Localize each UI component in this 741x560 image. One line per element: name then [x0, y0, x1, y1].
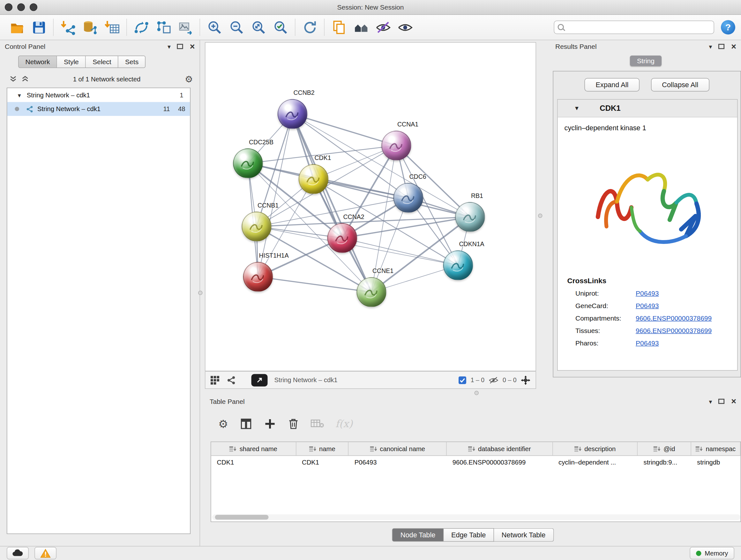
delete-column-icon[interactable]: [287, 418, 299, 430]
zoom-out-button[interactable]: [226, 17, 248, 38]
fit-selected-icon[interactable]: [521, 375, 531, 385]
scrollbar-thumb[interactable]: [215, 515, 269, 520]
copy-document-button[interactable]: [328, 17, 350, 38]
show-all-button[interactable]: [394, 17, 416, 38]
network-from-selection-button[interactable]: [130, 17, 152, 38]
panel-collapse-icon[interactable]: ▾: [709, 398, 712, 405]
show-columns-icon[interactable]: [240, 418, 252, 430]
crosslink-link[interactable]: P06493: [636, 302, 659, 309]
network-node-CDC25B[interactable]: [233, 148, 263, 178]
protein-section-header[interactable]: ▼ CDK1: [558, 100, 738, 118]
cloud-button[interactable]: [7, 547, 29, 559]
network-edge[interactable]: [293, 114, 372, 292]
export-image-button[interactable]: [174, 17, 196, 38]
table-cell[interactable]: stringdb: [691, 456, 740, 469]
network-node-CDKN1A[interactable]: [443, 251, 473, 280]
panel-close-icon[interactable]: ×: [731, 398, 736, 405]
import-network-file-button[interactable]: [57, 17, 79, 38]
table-row[interactable]: CDK1CDK1P064939606.ENSP00000378699cyclin…: [211, 456, 741, 469]
column-header-at-id[interactable]: @id: [638, 442, 691, 455]
panel-close-icon[interactable]: ×: [731, 43, 736, 50]
right-splitter-handle[interactable]: [538, 213, 542, 218]
panel-collapse-icon[interactable]: ▾: [709, 43, 712, 50]
apply-layout-button[interactable]: [299, 17, 321, 38]
zoom-window-button[interactable]: [30, 3, 37, 11]
network-node-CCNA1[interactable]: [382, 131, 411, 161]
collapse-all-button[interactable]: Collapse All: [651, 78, 710, 91]
crosslink-link[interactable]: P06493: [636, 339, 659, 347]
selected-checkbox-icon[interactable]: [458, 376, 467, 384]
tab-style[interactable]: Style: [57, 56, 86, 68]
network-collection-row[interactable]: ▼ String Network – cdk1 1: [7, 88, 190, 102]
column-header-database-identifier[interactable]: database identifier: [447, 442, 553, 455]
column-header-name[interactable]: name: [296, 442, 349, 455]
panel-close-icon[interactable]: ×: [190, 43, 195, 50]
table-cell[interactable]: CDK1: [211, 456, 296, 469]
table-cell[interactable]: stringdb:9...: [638, 456, 691, 469]
hidden-eye-icon[interactable]: [488, 376, 499, 384]
tab-network-table[interactable]: Network Table: [494, 528, 554, 542]
save-session-button[interactable]: [28, 17, 50, 38]
network-tree-item[interactable]: String Network – cdk1 11 48: [7, 102, 190, 116]
network-canvas[interactable]: CCNB2CCNA1CDC25BCDK1CDC6RB1CCNB1CCNA2CDK…: [205, 42, 536, 371]
network-options-gear-icon[interactable]: ⚙: [185, 74, 193, 85]
network-node-RB1[interactable]: [455, 202, 485, 232]
column-header-shared-name[interactable]: shared name: [211, 442, 296, 455]
memory-button[interactable]: Memory: [690, 547, 734, 559]
network-node-CCNB2[interactable]: [278, 99, 307, 129]
import-network-database-button[interactable]: [79, 17, 101, 38]
add-column-icon[interactable]: [264, 418, 276, 430]
zoom-in-button[interactable]: [204, 17, 226, 38]
left-splitter-handle[interactable]: [198, 291, 203, 295]
table-horizontal-scrollbar[interactable]: [212, 514, 741, 520]
tree-expand-icon[interactable]: ▼: [17, 92, 22, 98]
network-node-CCNA2[interactable]: [327, 223, 357, 253]
first-neighbors-button[interactable]: [350, 17, 372, 38]
help-button[interactable]: ?: [721, 20, 735, 35]
table-cell[interactable]: cyclin–dependent ...: [553, 456, 638, 469]
panel-float-icon[interactable]: [177, 44, 184, 50]
collapse-all-networks-icon[interactable]: [22, 75, 29, 84]
column-header-namespac[interactable]: namespac: [691, 442, 740, 455]
zoom-fit-button[interactable]: [248, 17, 270, 38]
network-node-CDK1[interactable]: [299, 165, 328, 194]
tab-node-table[interactable]: Node Table: [392, 528, 444, 542]
table-cell[interactable]: CDK1: [296, 456, 349, 469]
tab-edge-table[interactable]: Edge Table: [444, 528, 494, 542]
import-table-button[interactable]: [101, 17, 123, 38]
expand-all-networks-icon[interactable]: [10, 75, 17, 84]
network-edge[interactable]: [258, 277, 372, 292]
grid-view-icon[interactable]: [210, 375, 220, 385]
share-network-icon[interactable]: [226, 375, 236, 385]
section-collapse-icon[interactable]: ▼: [574, 105, 580, 112]
panel-collapse-icon[interactable]: ▾: [167, 43, 171, 50]
hide-selection-button[interactable]: [372, 17, 394, 38]
export-network-button[interactable]: [152, 17, 174, 38]
panel-float-icon[interactable]: [718, 44, 725, 50]
table-options-gear-icon[interactable]: ⚙: [218, 417, 228, 430]
network-node-HIST1H1A[interactable]: [243, 262, 273, 292]
tab-string[interactable]: String: [630, 56, 662, 66]
open-session-button[interactable]: [6, 17, 28, 38]
crosslink-link[interactable]: 9606.ENSP00000378699: [636, 327, 712, 334]
table-cell[interactable]: P06493: [349, 456, 447, 469]
close-window-button[interactable]: [5, 3, 12, 11]
search-input[interactable]: [554, 21, 715, 34]
network-edges[interactable]: [205, 43, 536, 371]
horizontal-splitter-handle[interactable]: [475, 391, 479, 395]
network-node-CCNE1[interactable]: [357, 277, 387, 307]
warnings-button[interactable]: [35, 547, 57, 559]
crosslink-link[interactable]: P06493: [636, 289, 659, 297]
tab-sets[interactable]: Sets: [118, 56, 146, 68]
column-header-description[interactable]: description: [553, 442, 638, 455]
zoom-selected-button[interactable]: [270, 17, 292, 38]
minimize-window-button[interactable]: [17, 3, 25, 11]
tab-select[interactable]: Select: [86, 56, 118, 68]
table-cell[interactable]: 9606.ENSP00000378699: [447, 456, 553, 469]
expand-all-button[interactable]: Expand All: [585, 78, 639, 91]
tab-network[interactable]: Network: [18, 56, 57, 68]
network-edge[interactable]: [293, 114, 397, 145]
open-external-button[interactable]: [252, 374, 268, 386]
column-header-canonical-name[interactable]: canonical name: [349, 442, 447, 455]
network-node-CDC6[interactable]: [394, 183, 423, 212]
